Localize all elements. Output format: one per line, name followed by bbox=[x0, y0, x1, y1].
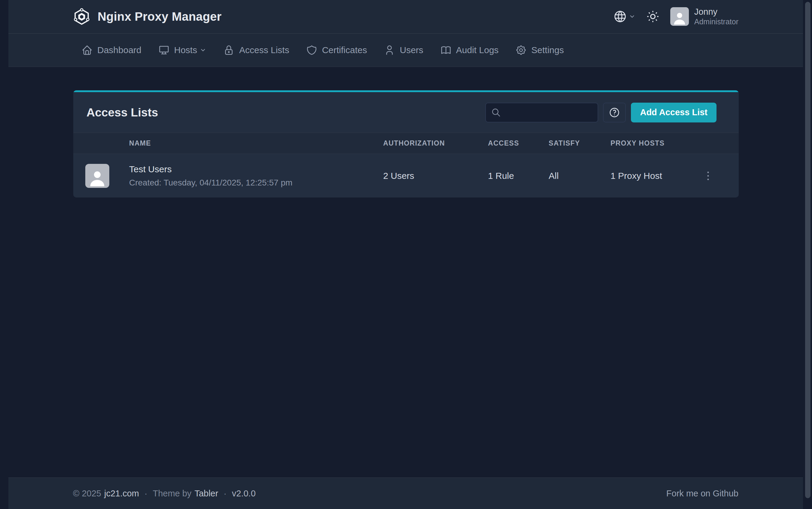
footer-version: v2.0.0 bbox=[232, 488, 256, 499]
app-title: Nginx Proxy Manager bbox=[98, 10, 222, 24]
npm-logo-icon bbox=[73, 8, 90, 26]
access-list-created: Created: Tuesday, 04/11/2025, 12:25:57 p… bbox=[129, 178, 383, 188]
search-icon bbox=[491, 108, 501, 117]
card-header: Access Lists Add bbox=[73, 92, 739, 133]
user-role: Administrator bbox=[694, 17, 739, 26]
column-access: ACCESS bbox=[488, 139, 549, 147]
person-icon bbox=[672, 10, 687, 26]
table-header-row: NAME AUTHORIZATION ACCESS SATISFY PROXY … bbox=[73, 133, 739, 154]
search-box bbox=[485, 103, 598, 123]
nav-item-audit-logs[interactable]: Audit Logs bbox=[432, 34, 507, 67]
access-lists-card: Access Lists Add bbox=[73, 90, 739, 198]
row-proxy-hosts: 1 Proxy Host bbox=[611, 171, 699, 181]
column-proxy-hosts: PROXY HOSTS bbox=[611, 139, 699, 147]
theme-toggle[interactable] bbox=[646, 10, 659, 23]
column-satisfy: SATISFY bbox=[549, 139, 611, 147]
book-icon bbox=[440, 44, 452, 56]
help-circle-icon bbox=[609, 107, 620, 118]
help-button[interactable] bbox=[603, 103, 626, 123]
main-content: Access Lists Add bbox=[0, 67, 812, 477]
avatar bbox=[670, 7, 689, 26]
gear-icon bbox=[515, 44, 527, 56]
lock-icon bbox=[223, 44, 234, 56]
add-access-list-button[interactable]: Add Access List bbox=[631, 103, 716, 123]
nav-item-certificates[interactable]: Certificates bbox=[298, 34, 376, 67]
nav-label: Settings bbox=[531, 45, 564, 55]
page-title: Access Lists bbox=[87, 106, 158, 119]
user-text: Jonny Administrator bbox=[694, 7, 739, 26]
nav-label: Certificates bbox=[322, 45, 367, 55]
language-selector[interactable] bbox=[613, 10, 636, 24]
row-access: 1 Rule bbox=[488, 171, 549, 181]
footer-theme-prefix: Theme by bbox=[153, 488, 192, 499]
chevron-down-icon bbox=[629, 13, 636, 20]
footer-site-link[interactable]: jc21.com bbox=[104, 488, 139, 499]
nav-item-dashboard[interactable]: Dashboard bbox=[73, 34, 150, 67]
access-list-name: Test Users bbox=[129, 164, 383, 174]
nav-label: Dashboard bbox=[97, 45, 141, 55]
footer-github-link[interactable]: Fork me on Github bbox=[667, 488, 739, 499]
app-root: Nginx Proxy Manager bbox=[0, 0, 812, 509]
row-satisfy: All bbox=[549, 171, 611, 181]
globe-icon bbox=[613, 10, 627, 24]
nav-item-access-lists[interactable]: Access Lists bbox=[215, 34, 298, 67]
footer-separator: · bbox=[224, 488, 227, 499]
card-controls: Add Access List bbox=[485, 103, 716, 123]
user-menu[interactable]: Jonny Administrator bbox=[670, 7, 739, 26]
home-icon bbox=[82, 44, 93, 56]
header-actions: Jonny Administrator bbox=[613, 7, 739, 26]
search-input[interactable] bbox=[505, 107, 592, 117]
footer-credits: © 2025 jc21.com · Theme by Tabler · v2.0… bbox=[73, 488, 256, 499]
table-row[interactable]: Test Users Created: Tuesday, 04/11/2025,… bbox=[73, 154, 739, 198]
sun-icon bbox=[646, 10, 659, 23]
scrollbar-thumb[interactable] bbox=[805, 2, 811, 498]
footer-separator: · bbox=[144, 488, 148, 499]
monitor-icon bbox=[158, 44, 170, 56]
app-brand[interactable]: Nginx Proxy Manager bbox=[73, 8, 222, 26]
nav-label: Access Lists bbox=[239, 45, 289, 55]
row-actions-menu-button[interactable] bbox=[700, 167, 716, 184]
nav-item-hosts[interactable]: Hosts bbox=[150, 34, 215, 67]
footer-theme-link[interactable]: Tabler bbox=[195, 488, 218, 499]
footer-copyright: © 2025 bbox=[73, 488, 101, 499]
row-authorization: 2 Users bbox=[383, 171, 488, 181]
shield-icon bbox=[306, 44, 317, 56]
chevron-down-icon bbox=[200, 47, 206, 54]
page-footer: © 2025 jc21.com · Theme by Tabler · v2.0… bbox=[8, 477, 803, 509]
top-header: Nginx Proxy Manager bbox=[8, 0, 803, 33]
user-icon bbox=[384, 44, 395, 56]
nav-label: Users bbox=[400, 45, 423, 55]
nav-item-settings[interactable]: Settings bbox=[507, 34, 572, 67]
row-avatar-cell bbox=[85, 164, 129, 188]
user-name: Jonny bbox=[694, 7, 739, 17]
column-authorization: AUTHORIZATION bbox=[383, 139, 488, 147]
nav-label: Audit Logs bbox=[456, 45, 499, 55]
row-name-cell: Test Users Created: Tuesday, 04/11/2025,… bbox=[129, 164, 383, 188]
column-name: NAME bbox=[129, 139, 383, 147]
avatar bbox=[85, 164, 109, 188]
nav-item-users[interactable]: Users bbox=[376, 34, 431, 67]
main-nav: Dashboard Hosts Access Lists Certifica bbox=[8, 33, 803, 67]
nav-label: Hosts bbox=[174, 45, 197, 55]
person-icon bbox=[87, 168, 107, 188]
dots-vertical-icon bbox=[702, 170, 714, 182]
